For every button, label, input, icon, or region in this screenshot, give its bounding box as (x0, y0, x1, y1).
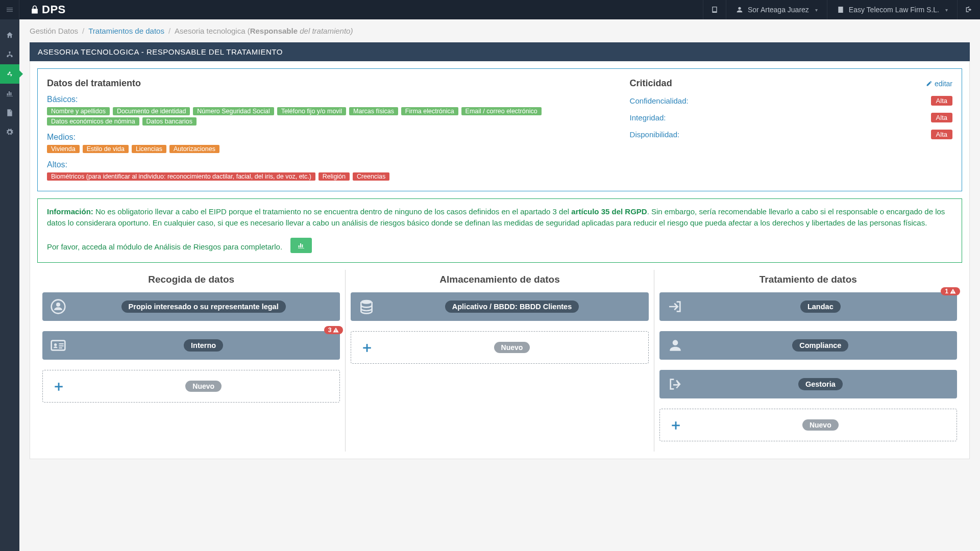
tablet-mode-button[interactable] (703, 0, 726, 19)
recogida-new-button[interactable]: ＋ Nuevo (42, 370, 340, 403)
bar-chart-icon (6, 89, 14, 97)
col-title-tratamiento: Tratamiento de datos (659, 270, 957, 292)
bar-chart-icon (297, 241, 305, 249)
group-medios-label: Medios: (47, 133, 618, 142)
recogida-card-interno[interactable]: 3 Interno (42, 331, 340, 360)
svg-point-5 (54, 343, 57, 346)
column-recogida: Recogida de datos Propio interesado o su… (37, 270, 345, 452)
tag-altos: Creencias (353, 172, 389, 181)
breadcrumb-current: Asesoria tecnologica (Responsable del tr… (175, 27, 353, 35)
nav-org[interactable] (0, 45, 19, 64)
logout-button[interactable] (957, 0, 980, 19)
tratamiento-card-compliance[interactable]: Compliance (659, 331, 957, 360)
nav-analytics[interactable] (0, 84, 19, 103)
app-logo[interactable]: DPS (19, 3, 76, 16)
tratamiento-card-landac[interactable]: 1 Landac (659, 292, 957, 321)
recogida-card-interesado[interactable]: Propio interesado o su representante leg… (42, 292, 340, 321)
tag-altos: Biométricos (para identificar al individ… (47, 172, 315, 181)
breadcrumb-link[interactable]: Tratamientos de datos (88, 27, 164, 35)
building-icon (837, 6, 845, 14)
edit-criticidad-button[interactable]: editar (926, 80, 952, 88)
treatment-panel: Datos del tratamiento Básicos: Nombre y … (37, 68, 962, 191)
tag-basicos: Datos económicos de nómina (47, 117, 139, 126)
svg-rect-2 (11, 56, 13, 57)
hamburger-icon (6, 6, 14, 14)
breadcrumb: Gestión Datos / Tratamientos de datos / … (19, 19, 980, 42)
risk-analysis-button[interactable] (290, 238, 312, 253)
tratamiento-new-button[interactable]: ＋ Nuevo (659, 409, 957, 441)
crit-int-value: Alta (931, 113, 952, 122)
plus-icon: ＋ (353, 338, 381, 357)
tratamiento-card-gestoria[interactable]: Gestoria (659, 370, 957, 398)
tag-medios: Licencias (132, 145, 166, 153)
almacen-new-button[interactable]: ＋ Nuevo (351, 331, 648, 364)
sidebar (0, 19, 19, 551)
user-icon (667, 337, 683, 354)
tag-basicos: Teléfono fijo y/o movil (277, 107, 347, 115)
warn-badge: 3 (324, 326, 344, 334)
main-content: Gestión Datos / Tratamientos de datos / … (19, 19, 980, 551)
tag-medios: Autorizaciones (169, 145, 219, 153)
topbar: DPS Sor Arteaga Juarez ▾ Easy Telecom La… (0, 0, 980, 19)
col-title-almacen: Almacenamiento de datos (351, 270, 648, 292)
column-almacen: Almacenamiento de datos Aplicativo / BBD… (345, 270, 653, 452)
user-icon (736, 6, 744, 14)
crit-int-label: Integridad: (630, 113, 666, 122)
tag-altos: Religión (318, 172, 350, 181)
logout-icon (667, 376, 683, 392)
tag-medios: Vivienda (47, 145, 80, 153)
warning-icon (950, 288, 956, 294)
group-medios: Vivienda Estilo de vida Licencias Autori… (47, 144, 618, 154)
logo-text: DPS (42, 3, 66, 16)
document-icon (6, 109, 14, 117)
tablet-icon (710, 6, 719, 14)
warn-badge: 1 (941, 287, 960, 295)
home-icon (6, 31, 14, 39)
treatment-heading: Datos del tratamiento (47, 78, 618, 89)
crit-disp-label: Disponibilidad: (630, 130, 680, 139)
lock-icon (30, 5, 40, 15)
plus-icon: ＋ (662, 415, 690, 435)
nav-settings[interactable] (0, 122, 19, 142)
plus-icon: ＋ (45, 377, 72, 396)
chevron-down-icon: ▾ (815, 7, 818, 13)
svg-point-6 (361, 299, 372, 304)
tag-medios: Estilo de vida (83, 145, 129, 153)
tag-basicos: Firma electrónica (401, 107, 458, 115)
crit-conf-value: Alta (931, 96, 952, 106)
tag-basicos: Datos bancarios (142, 117, 197, 126)
tag-basicos: Número Seguridad Social (193, 107, 274, 115)
almacen-card-bbdd[interactable]: Aplicativo / BBDD: BBDD Clientes (351, 292, 648, 321)
pencil-icon (926, 80, 933, 87)
svg-rect-0 (9, 52, 11, 53)
tag-basicos: Email / correo electrónico (461, 107, 542, 115)
page-title: ASESORIA TECNOLOGICA - RESPONSABLE DEL T… (30, 42, 970, 61)
nav-home[interactable] (0, 26, 19, 45)
chevron-down-icon: ▾ (945, 7, 948, 13)
crit-disp-value: Alta (931, 130, 952, 139)
login-icon (667, 298, 683, 315)
nav-recycle[interactable] (0, 64, 19, 84)
info-alert: Información: No es obligatorio llevar a … (37, 198, 962, 263)
tag-basicos: Documento de identidad (113, 107, 190, 115)
group-basicos: Nombre y apellidos Documento de identida… (47, 106, 618, 127)
sitemap-icon (6, 51, 14, 59)
col-title-recogida: Recogida de datos (42, 270, 340, 292)
data-columns: Recogida de datos Propio interesado o su… (37, 270, 962, 452)
user-menu[interactable]: Sor Arteaga Juarez ▾ (726, 0, 827, 19)
breadcrumb-root: Gestión Datos (30, 27, 78, 35)
group-basicos-label: Básicos: (47, 95, 618, 104)
svg-rect-1 (7, 56, 9, 57)
rgpd-link[interactable]: artículo 35 del RGPD (571, 207, 647, 216)
user-circle-icon (50, 298, 66, 315)
warning-icon (333, 327, 339, 333)
user-name: Sor Arteaga Juarez (748, 6, 809, 14)
org-menu[interactable]: Easy Telecom Law Firm S.L. ▾ (827, 0, 957, 19)
group-altos-label: Altos: (47, 160, 618, 169)
nav-documents[interactable] (0, 103, 19, 122)
logout-icon (965, 6, 973, 14)
menu-toggle-button[interactable] (0, 0, 19, 19)
group-altos: Biométricos (para identificar al individ… (47, 171, 618, 182)
column-tratamiento: Tratamiento de datos 1 Landac Compliance (654, 270, 962, 452)
database-icon (358, 298, 375, 315)
